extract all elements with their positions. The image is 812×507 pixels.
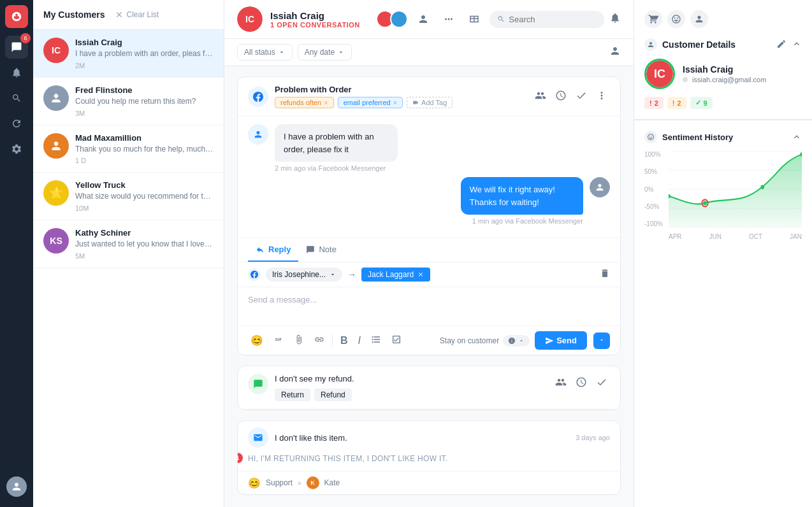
panel-icon-shop[interactable] — [644, 10, 662, 28]
conv-card-3-icon — [248, 427, 268, 448]
checklist-button[interactable] — [389, 332, 404, 350]
customer-details-edit-icon[interactable] — [776, 39, 787, 51]
user-avatar[interactable] — [6, 476, 27, 497]
chart-area — [669, 151, 802, 227]
badge-orange-icon: ! — [672, 99, 675, 107]
add-tag-button[interactable]: Add Tag — [407, 97, 453, 108]
resolve-button-2[interactable] — [593, 374, 610, 393]
search-input[interactable] — [509, 15, 597, 24]
italic-button[interactable]: I — [356, 332, 363, 349]
customer-time-fred: 3M — [75, 110, 214, 117]
route-delete-button[interactable] — [600, 268, 610, 281]
header-info: Issiah Craig 1 OPEN CONVERSATION — [270, 10, 368, 29]
customer-info-mad: Mad Maxamillion Thank you so much for th… — [75, 133, 214, 165]
stay-on-customer: Stay on customer — [440, 335, 530, 346]
customers-panel: My Customers Clear List IC Issiah Craig … — [33, 0, 224, 507]
add-participants-button-2[interactable] — [553, 374, 569, 393]
reply-tab[interactable]: Reply — [248, 238, 298, 262]
customer-name-mad: Mad Maxamillion — [75, 133, 214, 143]
customer-info-kathy: Kathy Schiner Just wanted to let you kno… — [75, 228, 214, 260]
customer-item-fred[interactable]: Fred Flinstone Could you help me return … — [33, 78, 224, 125]
app-logo[interactable] — [5, 5, 28, 28]
settings-icon[interactable] — [5, 138, 28, 161]
return-tag: Return — [275, 389, 310, 401]
send-options-button[interactable] — [593, 332, 610, 349]
send-button[interactable]: Send — [535, 331, 587, 350]
search-icon[interactable] — [5, 87, 28, 110]
reply-composer: Reply Note Iris Josephine... → — [238, 238, 620, 355]
right-panel-header: Customer Details IC Issiah Craig issiah.… — [634, 0, 812, 120]
email-status-dot — [683, 77, 688, 82]
more-options-conv-button[interactable] — [593, 87, 610, 106]
conv-card-3-title: I don't like this item. — [275, 433, 569, 443]
bold-button[interactable]: B — [338, 332, 351, 349]
header-customer-name: Issiah Craig — [270, 10, 368, 21]
search-box — [489, 11, 604, 28]
conv-card-1-actions — [532, 87, 610, 106]
link-button[interactable] — [312, 332, 327, 350]
list-button[interactable] — [368, 332, 384, 350]
customer-item-kathy[interactable]: KS Kathy Schiner Just wanted to let you … — [33, 220, 224, 268]
attachment-button[interactable] — [291, 332, 307, 350]
message-input[interactable]: Send a message... — [238, 287, 620, 325]
notification-icon[interactable] — [5, 61, 28, 84]
gif-button[interactable] — [271, 332, 286, 350]
snooze-button[interactable] — [553, 87, 569, 106]
note-tab[interactable]: Note — [298, 238, 344, 262]
customer-info-fred: Fred Flinstone Could you help me return … — [75, 85, 214, 117]
conv-card-1-title: Problem with Order — [275, 85, 526, 94]
svg-point-6 — [703, 201, 707, 206]
date-filter[interactable]: Any date — [298, 44, 352, 61]
customer-item-mad[interactable]: Mad Maxamillion Thank you so much for th… — [33, 125, 224, 173]
clear-list-button[interactable]: Clear List — [110, 8, 164, 22]
more-options-button[interactable] — [439, 9, 459, 29]
customer-item-yellow[interactable]: ⭐ Yellow Truck What size would you recom… — [33, 173, 224, 220]
customer-preview-kathy: Just wanted to let you know that I loved… — [75, 239, 214, 250]
conv-card-3-header: I don't like this item. 3 days ago — [238, 421, 620, 454]
emoji-button[interactable]: 😊 — [248, 332, 266, 349]
tag-email-preferred: email preferred × — [338, 97, 403, 108]
customer-list: IC Issiah Craig I have a problem with an… — [33, 30, 224, 507]
sentiment-collapse-icon[interactable] — [792, 132, 802, 142]
refresh-icon[interactable] — [5, 112, 28, 135]
stay-toggle-button[interactable] — [503, 335, 530, 346]
person-filter-icon[interactable] — [609, 45, 621, 60]
messages-area: Problem with Order refunds often × email… — [224, 66, 634, 507]
message-group-1: I have a problem with an order, please f… — [238, 117, 620, 238]
panel-icon-person[interactable] — [690, 10, 708, 28]
conversation-card-3: 1 I don't like this item. 3 days ago HI,… — [237, 420, 621, 495]
customer-details-icon — [644, 38, 657, 51]
refund-tag: Refund — [314, 389, 352, 401]
status-filter[interactable]: All status — [237, 44, 293, 61]
panel-icon-emoji[interactable] — [667, 10, 685, 28]
message-incoming-1: I have a problem with an order, please f… — [248, 124, 610, 172]
conv-card-1-tags: refunds often × email preferred × Add Ta… — [275, 97, 526, 108]
reply-tabs: Reply Note — [238, 238, 620, 262]
resolve-button[interactable] — [573, 87, 590, 106]
messages-nav-item[interactable]: 6 — [5, 36, 28, 59]
reply-tab-label: Reply — [268, 245, 291, 254]
bell-icon[interactable] — [609, 12, 621, 27]
sentiment-title: Sentiment History — [662, 132, 787, 142]
route-from-selector[interactable]: Iris Josephine... — [266, 268, 342, 282]
tag-refunds-often-close[interactable]: × — [324, 99, 328, 106]
message-content-1: I have a problem with an order, please f… — [275, 124, 450, 172]
customer-item-issiah[interactable]: IC Issiah Craig I have a problem with an… — [33, 30, 224, 78]
message-outgoing-1: We will fix it right away! Thanks for wa… — [248, 177, 610, 225]
conv-card-1-header: Problem with Order refunds often × email… — [238, 77, 620, 117]
customer-details-collapse-icon[interactable] — [792, 39, 802, 51]
customer-avatar-yellow: ⭐ — [43, 180, 69, 206]
customer-name-issiah: Issiah Craig — [75, 38, 214, 47]
snooze-button-2[interactable] — [573, 374, 590, 393]
tag-email-preferred-close[interactable]: × — [393, 99, 397, 106]
add-participants-button[interactable] — [532, 87, 549, 106]
badge-positive: ✓ 9 — [690, 97, 713, 109]
sentiment-header[interactable]: Sentiment History — [644, 131, 802, 143]
panel-toggle-button[interactable] — [464, 9, 484, 29]
customer-details-title: Customer Details — [662, 39, 736, 50]
tag-refunds-often: refunds often × — [275, 97, 334, 108]
customer-info-yellow: Yellow Truck What size would you recomme… — [75, 180, 214, 212]
unread-badge: 6 — [20, 33, 31, 43]
assign-button[interactable] — [413, 9, 433, 29]
date-filter-label: Any date — [305, 48, 335, 57]
